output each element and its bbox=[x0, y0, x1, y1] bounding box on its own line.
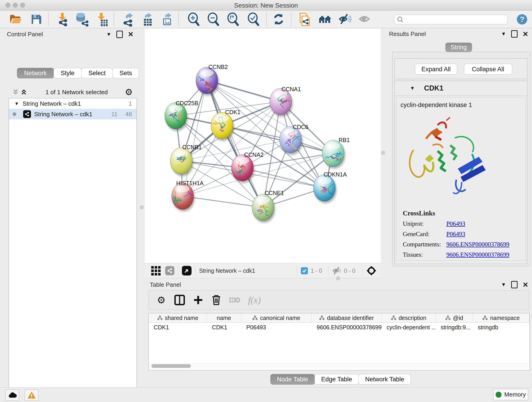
hide-selected-icon[interactable] bbox=[338, 13, 351, 25]
zoom-out-icon[interactable] bbox=[207, 12, 220, 26]
tab-select[interactable]: Select bbox=[81, 68, 113, 78]
column-header-name[interactable]: name bbox=[207, 313, 241, 322]
table-cell[interactable]: stringdb bbox=[473, 323, 530, 332]
tab-sets[interactable]: Sets bbox=[113, 68, 139, 78]
results-panel-close-icon[interactable]: ✕ bbox=[523, 30, 528, 38]
export-image-icon[interactable] bbox=[160, 12, 173, 27]
network-node-CDC6[interactable]: CDC6 bbox=[279, 124, 308, 155]
table-cell[interactable]: stringdb:9... bbox=[436, 323, 473, 332]
clone-network-icon[interactable] bbox=[298, 12, 311, 27]
add-column-icon[interactable] bbox=[193, 295, 203, 305]
selected-count: 1 - 0 bbox=[311, 268, 322, 274]
column-header-description[interactable]: description bbox=[382, 313, 436, 322]
table-panel-menu-icon[interactable]: ▼ bbox=[501, 282, 506, 288]
function-builder-icon: f(x) bbox=[248, 295, 261, 306]
column-header-shared-name[interactable]: shared name bbox=[149, 313, 207, 322]
tab-network[interactable]: Network bbox=[17, 68, 54, 78]
cloud-button[interactable] bbox=[5, 389, 19, 401]
zoom-in-icon[interactable] bbox=[187, 12, 200, 26]
table-cell[interactable]: cyclin-dependent ... bbox=[381, 323, 436, 332]
grid-view-icon[interactable] bbox=[151, 266, 161, 275]
table-cell[interactable]: CDK1 bbox=[207, 323, 241, 332]
node-label-CCNB1: CCNB1 bbox=[182, 144, 202, 150]
expand-all-networks-icon[interactable] bbox=[12, 88, 20, 96]
network-options-gear-icon[interactable]: ⚙ bbox=[125, 87, 133, 97]
refresh-icon[interactable] bbox=[272, 13, 285, 26]
crosslink-link[interactable]: 9606.ENSP00000378699 bbox=[446, 241, 509, 248]
selected-checkbox-icon[interactable] bbox=[301, 267, 308, 274]
tab-style[interactable]: Style bbox=[54, 68, 82, 78]
table-options-gear-icon[interactable]: ⚙ bbox=[157, 294, 166, 306]
memory-button[interactable]: Memory bbox=[493, 389, 528, 400]
column-header-@id[interactable]: @id bbox=[436, 313, 473, 322]
zoom-fit-icon[interactable] bbox=[226, 12, 239, 26]
tab-edge-table[interactable]: Edge Table bbox=[315, 374, 359, 385]
table-panel-close-icon[interactable]: ✕ bbox=[523, 281, 528, 289]
first-neighbors-icon[interactable] bbox=[318, 13, 332, 25]
control-panel-float-icon[interactable] bbox=[116, 31, 123, 38]
network-row[interactable]: String Network – cdk1 11 48 bbox=[9, 109, 137, 119]
column-header-canonical-name[interactable]: canonical name bbox=[241, 313, 312, 322]
collection-expand-icon[interactable]: ▼ bbox=[14, 101, 19, 106]
gene-collapse-icon[interactable]: ▼ bbox=[410, 85, 415, 91]
table-cell[interactable]: P06493 bbox=[241, 323, 312, 332]
help-icon[interactable]: ? bbox=[517, 14, 527, 25]
network-node-RB1[interactable]: RB1 bbox=[322, 137, 350, 169]
network-node-CCNA1[interactable]: CCNA1 bbox=[270, 86, 301, 117]
gene-section-header[interactable]: ▼ CDK1 bbox=[395, 81, 527, 96]
table-horizontal-scrollbar[interactable] bbox=[149, 363, 529, 369]
import-network-from-file-icon[interactable] bbox=[56, 12, 69, 27]
horizontal-splitter-grip[interactable] bbox=[336, 276, 340, 280]
network-node-CDK1[interactable]: CDK1 bbox=[211, 109, 240, 141]
control-panel-menu-icon[interactable]: ▼ bbox=[106, 32, 111, 37]
column-header-namespace[interactable]: namespace bbox=[473, 313, 530, 322]
left-splitter-grip[interactable] bbox=[140, 205, 144, 209]
table-panel-float-icon[interactable] bbox=[511, 281, 518, 288]
network-node-HIST1H1A[interactable]: HIST1H1A bbox=[171, 180, 204, 211]
results-panel-float-icon[interactable] bbox=[511, 30, 518, 38]
delete-column-icon[interactable] bbox=[211, 294, 221, 306]
network-edge-CCNB2-HIST1H1A[interactable] bbox=[183, 80, 207, 196]
network-edge-CDK1-RB1[interactable] bbox=[222, 126, 333, 153]
export-network-icon[interactable] bbox=[121, 12, 135, 27]
results-panel-menu-icon[interactable]: ▼ bbox=[501, 31, 506, 37]
tab-string[interactable]: String bbox=[445, 43, 472, 52]
network-collection-row[interactable]: ▼ String Network – cdk1 1 bbox=[9, 98, 137, 109]
network-node-CCNB2[interactable]: CCNB2 bbox=[196, 64, 228, 96]
import-network-from-database-icon[interactable] bbox=[75, 12, 89, 27]
zoom-selected-icon[interactable] bbox=[247, 12, 260, 26]
collapse-all-button[interactable]: Collapse All bbox=[464, 64, 512, 75]
expand-all-button[interactable]: Expand All bbox=[415, 64, 457, 75]
import-table-from-file-icon[interactable] bbox=[96, 12, 109, 27]
crosslink-link[interactable]: P06493 bbox=[446, 220, 465, 227]
control-panel-close-icon[interactable]: ✕ bbox=[128, 30, 133, 38]
separator bbox=[178, 265, 178, 276]
save-session-icon[interactable] bbox=[30, 13, 42, 25]
warnings-button[interactable] bbox=[25, 389, 38, 401]
open-session-icon[interactable] bbox=[9, 13, 22, 25]
search-input[interactable] bbox=[404, 16, 503, 23]
tab-node-table[interactable]: Node Table bbox=[270, 374, 315, 385]
network-node-CCNB1[interactable]: CCNB1 bbox=[170, 144, 202, 176]
network-node-CDC25B[interactable]: CDC25B bbox=[165, 100, 198, 131]
crosslink-link[interactable]: P06493 bbox=[446, 230, 465, 238]
fit-selected-crosshair-icon[interactable] bbox=[366, 265, 377, 276]
show-columns-icon[interactable] bbox=[174, 295, 185, 305]
network-canvas[interactable]: CCNB2CCNA1CDC25BCDK1CDC6RB1CCNB1CCNA2CDK… bbox=[145, 28, 381, 263]
collapse-all-networks-icon[interactable] bbox=[20, 88, 28, 96]
column-header-database-identifier[interactable]: database identifier bbox=[312, 313, 382, 322]
search-field[interactable] bbox=[394, 15, 508, 24]
tab-network-table[interactable]: Network Table bbox=[359, 374, 411, 385]
table-cell[interactable]: CDK1 bbox=[149, 323, 207, 332]
table-cell[interactable]: 9606.ENSP00000378699 bbox=[312, 323, 381, 332]
crosslink-link[interactable]: 9606.ENSP00000378699 bbox=[446, 251, 509, 258]
network-share-icon[interactable] bbox=[165, 266, 174, 275]
scrollbar-thumb[interactable] bbox=[152, 364, 191, 368]
export-table-icon[interactable] bbox=[140, 12, 153, 27]
toolbar-separator bbox=[266, 12, 267, 26]
separator bbox=[297, 265, 297, 276]
right-splitter-grip[interactable] bbox=[381, 151, 385, 155]
table-row[interactable]: CDK1CDK1P064939606.ENSP00000378699cyclin… bbox=[149, 323, 530, 332]
network-edge-CCNB2-CCNE1[interactable] bbox=[207, 80, 263, 207]
birds-eye-view-icon[interactable] bbox=[182, 266, 191, 275]
